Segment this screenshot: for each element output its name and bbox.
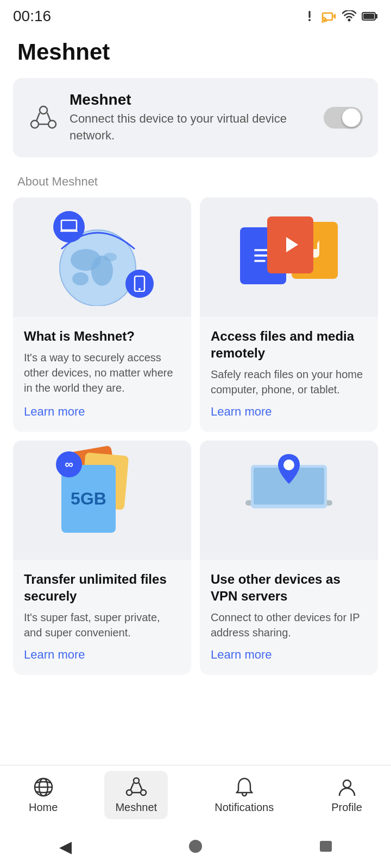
card2-content: Access files and media remotely Safely r… [200, 317, 378, 432]
svg-point-5 [40, 106, 47, 114]
meshnet-icon [125, 776, 147, 798]
nav-label-profile: Profile [331, 801, 362, 814]
wifi-icon [342, 10, 356, 22]
nav-label-home: Home [29, 801, 58, 814]
card3-learn-more[interactable]: Learn more [24, 648, 180, 662]
back-button[interactable]: ◀ [49, 835, 81, 857]
svg-rect-4 [363, 14, 374, 19]
home-button[interactable] [179, 835, 212, 857]
laptop-bubble [53, 211, 85, 242]
toggle-title: Meshnet [70, 91, 313, 108]
svg-marker-23 [286, 237, 298, 252]
phone-bubble [125, 270, 154, 298]
svg-point-38 [189, 840, 202, 853]
svg-point-2 [348, 19, 351, 22]
card1-image [13, 197, 191, 317]
page-header: Meshnet [0, 30, 391, 78]
nav-item-profile[interactable]: Profile [320, 771, 373, 819]
status-icons [303, 10, 378, 23]
svg-rect-16 [61, 220, 77, 230]
card2-image [200, 197, 378, 317]
bottom-navigation: Home Meshnet Notifications Profile [0, 765, 391, 825]
cast-icon [321, 10, 337, 23]
vpn-illustration [237, 451, 340, 549]
status-time: 00:16 [13, 8, 51, 25]
profile-icon [336, 776, 358, 798]
svg-point-15 [104, 253, 117, 261]
page-title: Meshnet [17, 39, 374, 65]
system-navigation-bar: ◀ [0, 825, 391, 868]
card1-illustration [48, 206, 156, 309]
card-access-files: Access files and media remotely Safely r… [200, 197, 378, 432]
svg-point-6 [31, 120, 39, 128]
svg-point-1 [321, 21, 324, 23]
card-transfer-files: ∞ 5GB Transfer unlimited files securely … [13, 441, 191, 675]
about-section-label: About Meshnet [0, 175, 391, 197]
card4-title: Use other devices as VPN servers [211, 571, 367, 604]
files-illustration [240, 211, 338, 303]
battery-icon [362, 11, 378, 22]
card-vpn-servers: Use other devices as VPN servers Connect… [200, 441, 378, 675]
card3-content: Transfer unlimited files securely It's s… [13, 560, 191, 675]
infinity-badge: ∞ [56, 451, 82, 477]
toggle-content: Meshnet Connect this device to your virt… [70, 91, 313, 144]
card1-content: What is Meshnet? It's a way to securely … [13, 317, 191, 432]
svg-point-7 [48, 120, 56, 128]
toggle-desc: Connect this device to your virtual devi… [70, 111, 313, 144]
svg-point-27 [283, 459, 294, 470]
vpn-laptop-svg [237, 451, 340, 546]
card2-desc: Safely reach files on your home computer… [211, 367, 367, 397]
card2-title: Access files and media remotely [211, 328, 367, 361]
card1-learn-more[interactable]: Learn more [24, 405, 180, 419]
status-bar: 00:16 [0, 0, 391, 30]
card3-title: Transfer unlimited files securely [24, 571, 180, 604]
meshnet-toggle-card: Meshnet Connect this device to your virt… [13, 78, 378, 157]
card4-learn-more[interactable]: Learn more [211, 648, 367, 662]
nav-label-meshnet: Meshnet [115, 801, 157, 814]
svg-line-34 [130, 783, 134, 790]
svg-line-9 [47, 113, 51, 121]
svg-rect-0 [323, 13, 332, 20]
card4-desc: Connect to other devices for IP address … [211, 610, 367, 640]
file-doc-red [267, 216, 313, 273]
svg-point-33 [141, 790, 146, 795]
svg-line-35 [139, 783, 142, 790]
card-what-is-meshnet: What is Meshnet? It's a way to securely … [13, 197, 191, 432]
nav-item-notifications[interactable]: Notifications [204, 771, 285, 819]
card4-image [200, 441, 378, 560]
home-globe-icon [33, 776, 54, 798]
recent-button[interactable] [310, 835, 342, 857]
svg-point-37 [343, 780, 351, 788]
svg-point-19 [138, 288, 141, 290]
card1-desc: It's a way to securely access other devi… [24, 350, 180, 397]
svg-line-8 [36, 113, 40, 121]
feature-cards-grid: What is Meshnet? It's a way to securely … [0, 197, 391, 688]
card3-image: ∞ 5GB [13, 441, 191, 560]
alert-icon [303, 10, 316, 23]
nav-item-meshnet[interactable]: Meshnet [104, 771, 168, 819]
svg-point-31 [134, 778, 139, 783]
svg-rect-39 [320, 841, 332, 852]
nav-item-home[interactable]: Home [18, 771, 68, 819]
card2-learn-more[interactable]: Learn more [211, 405, 367, 419]
card1-title: What is Meshnet? [24, 328, 180, 344]
card3-desc: It's super fast, super private, and supe… [24, 610, 180, 640]
card4-content: Use other devices as VPN servers Connect… [200, 560, 378, 675]
bell-icon [234, 776, 255, 798]
meshnet-card-icon [28, 103, 59, 133]
svg-point-14 [72, 272, 89, 285]
svg-point-32 [127, 790, 132, 795]
transfer-illustration: ∞ 5GB [51, 449, 154, 552]
nav-label-notifications: Notifications [215, 801, 274, 814]
meshnet-toggle-switch[interactable] [324, 107, 363, 129]
